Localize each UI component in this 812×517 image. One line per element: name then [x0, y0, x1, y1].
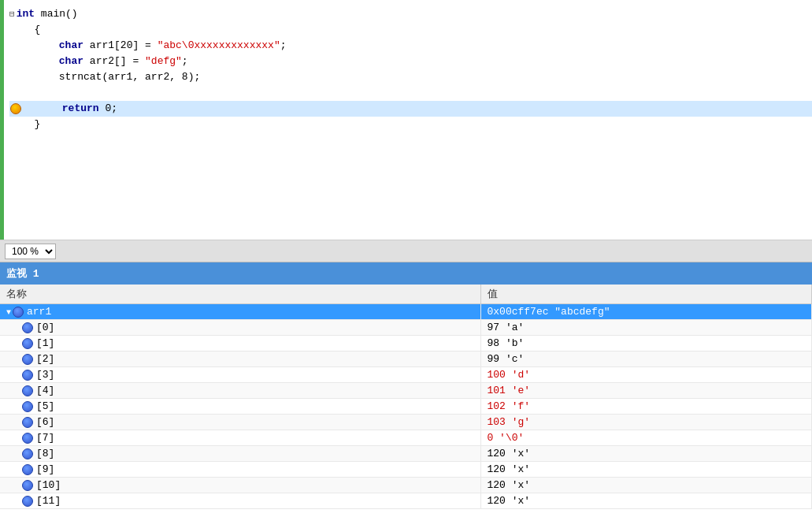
variable-name: [1] — [36, 337, 54, 349]
variable-name: [9] — [36, 463, 54, 475]
code-arr2-name: arr2[] = — [83, 54, 145, 69]
watch-row-value: 120 'x' — [480, 446, 812, 462]
watch-title: 监视 1 — [6, 266, 39, 281]
code-content: ⊟ int main() { char arr1[20] = "abc\0xxx… — [0, 0, 812, 132]
variable-name: arr1 — [27, 306, 51, 318]
breakpoint-icon — [9, 102, 22, 115]
bp-circle — [10, 103, 21, 114]
watch-row-name: [8] — [0, 446, 480, 462]
keyword-return: return — [62, 101, 99, 117]
variable-name: [4] — [36, 385, 54, 396]
watch-row-name: [0] — [0, 320, 480, 336]
zoom-select[interactable]: 50 % 75 % 100 % 125 % 150 % 200 % — [5, 244, 56, 259]
keyword-char-1: char — [59, 38, 83, 54]
code-arr1-semi: ; — [280, 38, 287, 54]
table-row[interactable]: [6]103 'g' — [0, 415, 812, 430]
watch-tbody: ▼arr10x00cff7ec "abcdefg"[0]97 'a'[1]98 … — [0, 304, 812, 509]
variable-icon — [22, 464, 33, 475]
table-row[interactable]: [1]98 'b' — [0, 336, 812, 351]
variable-name: [3] — [36, 369, 54, 381]
watch-row-name: [3] — [0, 367, 480, 383]
table-row[interactable]: [3]100 'd' — [0, 367, 812, 383]
variable-icon — [22, 354, 33, 365]
variable-name: [6] — [36, 416, 54, 428]
variable-name: [0] — [36, 322, 54, 333]
watch-row-name: [9] — [0, 462, 480, 478]
table-row[interactable]: [7]0 '\0' — [0, 430, 812, 446]
variable-name: [2] — [36, 353, 54, 365]
variable-icon — [13, 307, 24, 318]
watch-row-value: 120 'x' — [480, 478, 812, 493]
watch-row-name: [6] — [0, 415, 480, 430]
variable-name: [10] — [36, 479, 61, 491]
table-row[interactable]: [4]101 'e' — [0, 383, 812, 399]
zoom-bar: 50 % 75 % 100 % 125 % 150 % 200 % — [0, 240, 812, 262]
watch-row-name: [11] — [0, 493, 480, 509]
code-return-indent — [25, 101, 62, 117]
watch-row-name: [4] — [0, 383, 480, 399]
variable-icon — [22, 385, 33, 396]
code-line-main: ⊟ int main() — [9, 6, 812, 22]
watch-row-value: 0x00cff7ec "abcdefg" — [480, 304, 812, 320]
variable-icon — [22, 448, 33, 459]
variable-icon — [22, 417, 33, 428]
watch-table-header-row: 名称 值 — [0, 285, 812, 304]
code-arr2-indent — [22, 54, 59, 69]
code-arr1-indent — [22, 38, 59, 54]
code-open-brace: { — [22, 22, 40, 38]
watch-table: 名称 值 ▼arr10x00cff7ec "abcdefg"[0]97 'a'[… — [0, 285, 812, 509]
watch-row-value: 120 'x' — [480, 493, 812, 509]
watch-row-value: 102 'f' — [480, 399, 812, 415]
code-line-arr2: char arr2[] = "defg" ; — [9, 54, 812, 69]
watch-row-value: 100 'd' — [480, 367, 812, 383]
variable-icon — [22, 370, 33, 381]
watch-row-value: 101 'e' — [480, 383, 812, 399]
code-line-open-brace: { — [9, 22, 812, 38]
watch-row-value: 103 'g' — [480, 415, 812, 430]
variable-icon — [22, 433, 33, 444]
watch-row-value: 99 'c' — [480, 351, 812, 367]
expand-button[interactable]: ▼ — [6, 308, 11, 317]
code-line-return: return 0; — [9, 101, 812, 117]
table-row[interactable]: [2]99 'c' — [0, 351, 812, 367]
table-row[interactable]: [8]120 'x' — [0, 446, 812, 462]
watch-row-name: [5] — [0, 399, 480, 415]
variable-icon — [22, 338, 33, 349]
table-row[interactable]: [5]102 'f' — [0, 399, 812, 415]
code-arr2-value: "defg" — [145, 54, 182, 69]
watch-container[interactable]: 名称 值 ▼arr10x00cff7ec "abcdefg"[0]97 'a'[… — [0, 285, 812, 517]
keyword-char-2: char — [59, 54, 83, 69]
watch-row-name: ▼arr1 — [0, 304, 480, 320]
code-line-close-brace: } — [9, 117, 812, 132]
watch-row-value: 98 'b' — [480, 336, 812, 351]
code-strncat: strncat(arr1, arr2, 8); — [22, 69, 200, 85]
table-row[interactable]: [0]97 'a' — [0, 320, 812, 336]
watch-row-value: 0 '\0' — [480, 430, 812, 446]
variable-name: [5] — [36, 400, 54, 412]
code-editor: ⊟ int main() { char arr1[20] = "abc\0xxx… — [0, 0, 812, 240]
variable-icon — [22, 480, 33, 491]
code-arr2-semi: ; — [182, 54, 188, 69]
code-arr1-name: arr1[20] = — [83, 38, 158, 54]
variable-name: [7] — [36, 432, 54, 444]
table-row[interactable]: ▼arr10x00cff7ec "abcdefg" — [0, 304, 812, 320]
variable-name: [8] — [36, 448, 54, 459]
watch-panel-header: 监视 1 — [0, 262, 812, 285]
watch-row-name: [1] — [0, 336, 480, 351]
variable-icon — [22, 322, 33, 333]
col-header-value: 值 — [480, 285, 812, 304]
code-return-val: 0; — [99, 101, 117, 117]
table-row[interactable]: [11]120 'x' — [0, 493, 812, 509]
watch-row-name: [10] — [0, 478, 480, 493]
variable-icon — [22, 496, 33, 507]
table-row[interactable]: [9]120 'x' — [0, 462, 812, 478]
keyword-int: int — [17, 6, 35, 22]
code-close-brace: } — [22, 117, 40, 132]
code-line-arr1: char arr1[20] = "abc\0xxxxxxxxxxxxx" ; — [9, 38, 812, 54]
watch-row-name: [7] — [0, 430, 480, 446]
watch-row-value: 120 'x' — [480, 462, 812, 478]
table-row[interactable]: [10]120 'x' — [0, 478, 812, 493]
variable-name: [11] — [36, 495, 61, 507]
code-arr1-value: "abc\0xxxxxxxxxxxxx" — [158, 38, 280, 54]
collapse-btn-main[interactable]: ⊟ — [9, 6, 15, 22]
